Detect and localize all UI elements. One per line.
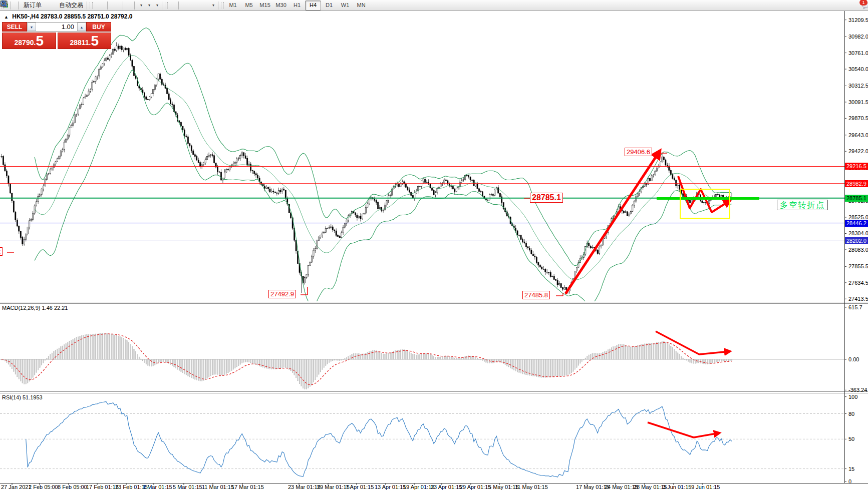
time-axis-label: 5 Mar 01:15 — [173, 484, 202, 490]
time-axis-label: 11 May 01:15 — [515, 484, 548, 490]
time-axis-label: 13 Apr 01:15 — [375, 484, 406, 490]
consolidation-highlight-box[interactable] — [680, 189, 730, 219]
price-annotation-march-low[interactable]: 27492.9 — [268, 290, 296, 298]
turning-point-label[interactable]: 多空转折点 — [777, 200, 828, 210]
volume-stepper: ▼ 1.00 ▲ — [27, 22, 86, 32]
time-axis-label: 23 Apr 01:15 — [431, 484, 462, 490]
price-tick-label: 30982.0 — [848, 34, 868, 40]
price-tick-label: 28083.0 — [848, 247, 868, 253]
chart-title: ▲ HK50-,H4 28783.0 28855.5 28751.0 28792… — [4, 13, 132, 20]
price-tick-label: 28304.0 — [848, 230, 868, 236]
chart-canvas[interactable] — [0, 0, 868, 490]
terminal-window: 新订单 自动交易 ▾ ▾ ▾ E F A T ▾ — [0, 0, 868, 490]
price-tick-label: 30540.0 — [848, 66, 868, 72]
rsi-tick-label: 50 — [848, 436, 854, 442]
time-axis-label: 27 Jan 2021 — [1, 484, 32, 490]
price-annotation-may-low[interactable]: 27485.8 — [522, 291, 550, 299]
price-tick-label: 30091.5 — [848, 99, 868, 105]
price-line-tag[interactable]: 28202.0 — [845, 237, 868, 244]
time-axis-label: 7 Apr 01:15 — [346, 484, 374, 490]
symbol-period-label: HK50-,H4 — [12, 13, 39, 20]
one-click-trading-panel: SELL ▼ 1.00 ▲ BUY 28790.5 28811.5 — [2, 22, 111, 49]
rsi-tick-label: 0 — [848, 478, 851, 484]
price-tick-label: 30312.5 — [848, 83, 868, 89]
price-tick-label: 27855.5 — [848, 263, 868, 269]
volume-input[interactable]: 1.00 — [36, 23, 77, 31]
volume-increase-button[interactable]: ▲ — [77, 23, 86, 31]
price-annotation-peak[interactable]: 29406.6 — [625, 148, 652, 156]
sell-button[interactable]: SELL — [2, 22, 27, 32]
price-tick-label: 29422.0 — [848, 148, 868, 154]
price-tick-label: 29870.5 — [848, 115, 868, 121]
buy-price-display[interactable]: 28811.5 — [58, 33, 112, 49]
price-line-tag[interactable]: 29216.5 — [845, 163, 868, 170]
price-tick-label: 31209.5 — [848, 17, 868, 23]
rsi-label: RSI(14) 51.1953 — [2, 394, 43, 400]
sell-price-int: 28790 — [15, 38, 34, 48]
time-axis-label: 5 May 01:15 — [488, 484, 519, 490]
buy-price-int: 28811 — [70, 38, 89, 48]
price-annotation-clipped[interactable]: 2 — [0, 247, 3, 256]
ohlc-values: 28783.0 28855.5 28751.0 28792.0 — [41, 13, 133, 20]
rsi-tick-label: 80 — [848, 411, 854, 417]
price-annotation-support[interactable]: 28785.1 — [530, 193, 563, 203]
price-tick-label: 27634.5 — [848, 280, 868, 286]
macd-tick-label: 0.00 — [848, 356, 859, 362]
candlestick-series — [1, 42, 732, 293]
macd-indicator — [0, 333, 844, 389]
rsi-indicator — [0, 402, 844, 477]
time-axis-label: 9 Jun 01:15 — [691, 484, 720, 490]
price-line-tag[interactable]: 28446.2 — [845, 220, 868, 227]
price-line-tag[interactable]: 28982.9 — [845, 180, 868, 187]
time-axis-label: 2 Feb 05:00 — [29, 484, 58, 490]
time-axis-label: 8 Feb 05:00 — [58, 484, 87, 490]
time-axis-label: 17 Feb 01:15 — [86, 484, 119, 490]
sell-price-pip: 5 — [36, 35, 44, 48]
rsi-tick-label: 100 — [848, 394, 857, 400]
sell-price-display[interactable]: 28790.5 — [2, 33, 56, 49]
volume-decrease-button[interactable]: ▼ — [27, 23, 36, 31]
price-tick-label: 30761.0 — [848, 50, 868, 56]
time-axis-label: 3 Jun 01:15 — [663, 484, 692, 490]
time-axis-label: 19 Apr 01:15 — [403, 484, 434, 490]
time-axis-label: 29 Mar 01:15 — [317, 484, 350, 490]
time-axis-label: 11 Mar 01:15 — [202, 484, 234, 490]
buy-price-pip: 5 — [91, 35, 99, 48]
price-line-tag[interactable]: 28785.1 — [845, 195, 868, 202]
rsi-tick-label: 15 — [848, 466, 854, 472]
time-axis-label: 23 Mar 01:15 — [288, 484, 321, 490]
macd-label: MACD(12,26,9) 1.46 22.21 — [2, 305, 68, 311]
trend-arrows[interactable] — [7, 151, 730, 437]
price-tick-label: 27413.5 — [848, 296, 868, 302]
time-axis-label: 24 May 01:15 — [605, 484, 638, 490]
buy-button[interactable]: BUY — [86, 22, 111, 32]
time-axis-label: 1 Mar 01:15 — [143, 484, 172, 490]
time-axis-label: 28 May 01:15 — [634, 484, 667, 490]
price-tick-label: 29643.0 — [848, 132, 868, 138]
collapse-icon[interactable]: ▲ — [4, 15, 9, 20]
time-axis-label: 17 Mar 01:15 — [231, 484, 264, 490]
time-axis-label: 29 Apr 01:15 — [460, 484, 491, 490]
macd-tick-label: -363.24 — [848, 387, 867, 393]
macd-tick-label: 615.7 — [848, 304, 862, 310]
